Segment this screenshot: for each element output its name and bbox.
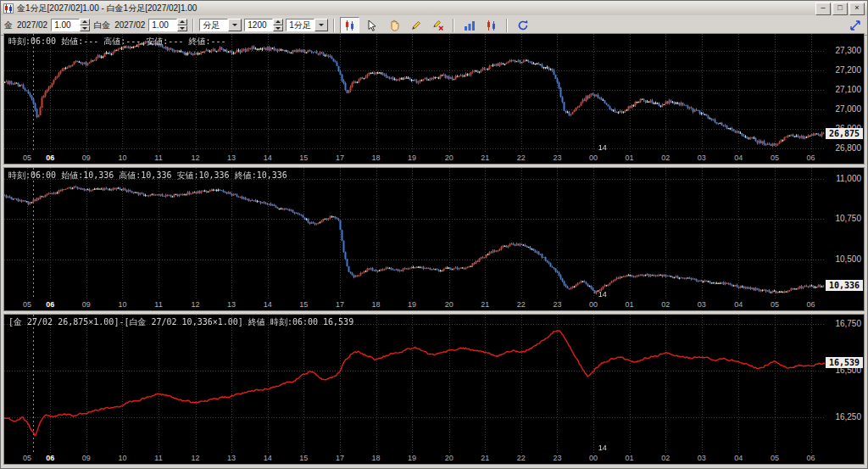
spread-line-plot[interactable] xyxy=(4,315,825,453)
expand-window-icon xyxy=(849,20,861,31)
time-axis-label: 20 xyxy=(442,154,456,162)
gold-ratio-field[interactable]: 1.00 xyxy=(51,19,80,31)
time-axis-label: 10 xyxy=(115,300,129,309)
bar-count-field[interactable]: 1200 xyxy=(244,19,273,31)
pointer-tool-button[interactable] xyxy=(362,17,381,34)
expand-window-button[interactable] xyxy=(845,17,865,34)
period-type-value[interactable]: 分足 xyxy=(199,19,228,31)
time-axis-label: 17 xyxy=(333,300,347,309)
time-axis-label: 11 xyxy=(152,154,165,162)
gold-candlestick-plot[interactable] xyxy=(4,34,825,153)
spin-up-icon[interactable] xyxy=(273,19,283,25)
period-type-dropdown[interactable]: 分足 xyxy=(199,19,242,31)
time-axis-label: 13 xyxy=(225,300,238,309)
time-axis-label: 12 xyxy=(189,454,203,462)
time-axis-label: 21 xyxy=(478,454,492,462)
bar-chart-icon xyxy=(464,20,476,31)
price-axis-label: 27,300 xyxy=(835,46,861,55)
time-axis-label: 23 xyxy=(550,154,564,162)
candlestick-chart-button[interactable] xyxy=(481,17,501,34)
time-axis: 0506091011121314151718192021222300010203… xyxy=(4,453,825,464)
time-axis-label: 21 xyxy=(478,300,492,309)
price-axis-label: 11,000 xyxy=(836,174,861,183)
time-axis-label: 10 xyxy=(115,454,129,462)
timeframe-value[interactable]: 1分足 xyxy=(286,19,314,31)
toolbar-separator xyxy=(333,19,335,32)
candle-settings-button[interactable] xyxy=(340,17,359,34)
time-axis-label: 19 xyxy=(405,154,419,162)
price-axis: 16,75016,50016,250 xyxy=(825,315,864,453)
time-axis-label: 22 xyxy=(515,454,528,462)
chevron-down-icon[interactable] xyxy=(314,19,328,31)
toolbar-separator xyxy=(506,19,508,32)
price-axis-label: 16,750 xyxy=(835,319,861,328)
platinum-chart-panel: 時刻:06:00 始値:10,336 高値:10,336 安値:10,336 終… xyxy=(3,167,865,311)
gold-contract-label: 2027/02 xyxy=(17,20,47,30)
platinum-ratio-field[interactable]: 1.00 xyxy=(148,19,177,31)
chevron-down-icon[interactable] xyxy=(228,19,242,31)
pencil-icon xyxy=(410,20,422,31)
time-axis-label: 22 xyxy=(515,154,528,162)
time-axis-label: 10 xyxy=(115,154,129,162)
bar-count-stepper[interactable]: 1200 xyxy=(244,19,283,31)
close-button[interactable]: × xyxy=(849,3,865,15)
time-axis-label: 18 xyxy=(370,300,383,309)
time-axis-label: 15 xyxy=(297,154,310,162)
candlestick-chart-icon xyxy=(486,20,498,31)
time-axis-label: 02 xyxy=(659,454,672,462)
last-price-badge: 10,336 xyxy=(826,280,863,291)
gold-ratio-stepper[interactable]: 1.00 xyxy=(51,19,90,31)
time-axis-label: 05 xyxy=(768,300,782,309)
app-candlestick-icon xyxy=(3,3,14,14)
time-axis-label: 09 xyxy=(80,154,93,162)
bar-chart-button[interactable] xyxy=(459,17,479,34)
spin-up-icon[interactable] xyxy=(177,19,187,25)
date-label: 14 xyxy=(598,143,607,152)
pencil-delete-icon xyxy=(432,20,444,31)
time-axis-label: 21 xyxy=(478,154,492,162)
ohlc-info-text: 時刻:06:00 始値:10,336 高値:10,336 安値:10,336 終… xyxy=(8,170,287,181)
time-axis-label: 01 xyxy=(623,154,637,162)
last-price-badge: 16,539 xyxy=(826,357,863,368)
spread-formula-text: [金 27/02 26,875×1.00]-[白金 27/02 10,336×1… xyxy=(8,316,353,328)
last-price-badge: 26,875 xyxy=(826,128,863,139)
time-axis-label: 05 xyxy=(20,300,34,309)
time-axis-label: 09 xyxy=(80,300,93,309)
spin-up-icon[interactable] xyxy=(80,19,90,25)
time-axis-label: 00 xyxy=(587,454,600,462)
price-axis-label: 27,200 xyxy=(835,65,861,75)
spin-down-icon[interactable] xyxy=(177,25,187,32)
maximize-button[interactable]: □ xyxy=(832,3,848,15)
time-axis-label: 23 xyxy=(550,454,564,462)
time-axis-label: 14 xyxy=(261,300,275,309)
time-axis-label: 05 xyxy=(768,154,782,162)
spin-down-icon[interactable] xyxy=(80,25,90,32)
time-axis-label: 11 xyxy=(152,454,165,462)
time-axis-label: 18 xyxy=(370,454,383,462)
time-axis-label: 06 xyxy=(43,154,57,162)
time-axis-label: 00 xyxy=(587,154,600,162)
time-axis-label: 05 xyxy=(20,154,34,162)
time-axis-label: 12 xyxy=(189,300,203,309)
draw-line-button[interactable] xyxy=(406,17,426,34)
toolbar-separator xyxy=(192,19,194,32)
platinum-ratio-stepper[interactable]: 1.00 xyxy=(148,19,187,31)
title-bar[interactable]: 金1分足[2027/02]1.00 - 白金1分足[2027/02]1.00 –… xyxy=(1,1,867,15)
time-axis-label: 19 xyxy=(405,454,419,462)
spin-down-icon[interactable] xyxy=(273,25,283,32)
time-axis-label: 15 xyxy=(297,300,310,309)
minimize-button[interactable]: – xyxy=(815,3,831,15)
time-axis-label: 04 xyxy=(732,454,745,462)
time-axis-label: 17 xyxy=(333,154,347,162)
time-axis: 0506091011121314151718192021222300010203… xyxy=(4,153,825,164)
time-axis-label: 15 xyxy=(297,454,310,462)
platinum-label: 白金 xyxy=(93,20,110,31)
delete-drawing-button[interactable] xyxy=(428,17,448,34)
time-axis-label: 14 xyxy=(261,454,275,462)
refresh-button[interactable] xyxy=(513,17,532,34)
timeframe-dropdown[interactable]: 1分足 xyxy=(286,19,328,31)
time-axis-label: 09 xyxy=(80,454,93,462)
pan-tool-button[interactable] xyxy=(384,17,403,34)
platinum-candlestick-plot[interactable] xyxy=(4,168,825,299)
platinum-contract-label: 2027/02 xyxy=(114,20,145,30)
